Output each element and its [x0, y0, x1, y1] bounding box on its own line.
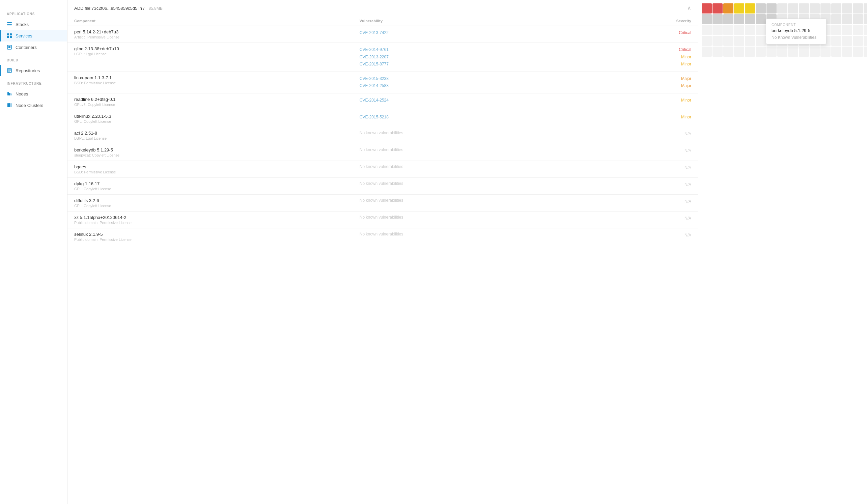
heatmap-cell-1[interactable] — [713, 3, 722, 13]
heatmap-cell-45[interactable] — [842, 25, 852, 35]
svg-rect-1 — [7, 24, 12, 25]
heatmap-cell-36[interactable] — [745, 25, 755, 35]
heatmap-cell-62[interactable] — [853, 36, 863, 46]
heatmap-cell-53[interactable] — [756, 36, 766, 46]
heatmap-cell-74[interactable] — [810, 46, 820, 57]
heatmap-cell-66[interactable] — [723, 46, 734, 57]
clusters-icon — [7, 103, 12, 108]
component-cell: bgaesBSD: Permissive License — [67, 161, 353, 178]
heatmap-cell-34[interactable] — [723, 25, 734, 35]
sidebar-item-stacks[interactable]: Stacks — [0, 19, 67, 30]
heatmap-cell-21[interactable] — [756, 14, 766, 24]
heatmap-cell-61[interactable] — [842, 36, 852, 46]
heatmap-cell-18[interactable] — [723, 14, 734, 24]
services-icon — [7, 33, 12, 39]
heatmap-cell-67[interactable] — [734, 46, 744, 57]
heatmap-cell-65[interactable] — [713, 46, 722, 57]
heatmap-cell-3[interactable] — [734, 3, 744, 13]
heatmap-cell-50[interactable] — [723, 36, 734, 46]
vuln-link[interactable]: CVE-2014-2524 — [360, 97, 576, 104]
heatmap-cell-19[interactable] — [734, 14, 744, 24]
heatmap-cell-4[interactable] — [745, 3, 755, 13]
heatmap-cell-29[interactable] — [842, 14, 852, 24]
table-row: berkeleydb 5.1.29-5sleepycat: Copyleft L… — [67, 144, 698, 161]
heatmap-cell-28[interactable] — [831, 14, 841, 24]
heatmap-cell-71[interactable] — [777, 46, 788, 57]
heatmap-cell-11[interactable] — [821, 3, 831, 13]
table-row: selinux 2.1.9-5Public domain: Permissive… — [67, 228, 698, 245]
vuln-link[interactable]: CVE-2013-2207 — [360, 54, 576, 61]
heatmap-cell-35[interactable] — [734, 25, 744, 35]
heatmap-cell-79[interactable] — [864, 46, 867, 57]
heatmap-cell-37[interactable] — [756, 25, 766, 35]
collapse-button[interactable]: ∧ — [687, 5, 691, 11]
heatmap-cell-7[interactable] — [777, 3, 788, 13]
nodes-icon — [7, 91, 12, 96]
heatmap-cell-75[interactable] — [821, 46, 831, 57]
file-header-size: 85.8MB — [149, 6, 163, 11]
vuln-link[interactable]: CVE-2015-5218 — [360, 114, 576, 121]
heatmap-cell-8[interactable] — [788, 3, 798, 13]
vuln-link[interactable]: CVE-2015-3238 — [360, 75, 576, 83]
component-cell: berkeleydb 5.1.29-5sleepycat: Copyleft L… — [67, 144, 353, 161]
heatmap-cell-70[interactable] — [767, 46, 777, 57]
heatmap-cell-20[interactable] — [745, 14, 755, 24]
heatmap-cell-49[interactable] — [713, 36, 722, 46]
vuln-link[interactable]: CVE-2015-8777 — [360, 61, 576, 68]
heatmap-cell-17[interactable] — [713, 14, 722, 24]
heatmap-cell-10[interactable] — [810, 3, 820, 13]
heatmap-cell-13[interactable] — [842, 3, 852, 13]
heatmap-cell-5[interactable] — [756, 3, 766, 13]
vuln-link[interactable]: CVE-2014-9761 — [360, 46, 576, 54]
heatmap-cell-46[interactable] — [853, 25, 863, 35]
severity-badge: N/A — [590, 130, 691, 138]
heatmap-cell-32[interactable] — [702, 25, 712, 35]
heatmap-cell-76[interactable] — [831, 46, 841, 57]
heatmap-cell-47[interactable] — [864, 25, 867, 35]
vuln-link[interactable]: CVE-2013-7422 — [360, 29, 576, 37]
heatmap-cell-12[interactable] — [831, 3, 841, 13]
vuln-link[interactable]: CVE-2014-2583 — [360, 82, 576, 90]
heatmap-cell-64[interactable] — [702, 46, 712, 57]
heatmap-cell-15[interactable] — [864, 3, 867, 13]
heatmap-cell-68[interactable] — [745, 46, 755, 57]
heatmap-cell-51[interactable] — [734, 36, 744, 46]
component-cell: dpkg 1.16.17GPL: Copyleft License — [67, 178, 353, 194]
component-cell: diffutils 3.2-6GPL: Copyleft License — [67, 194, 353, 211]
heatmap-cell-6[interactable] — [767, 3, 777, 13]
sidebar-item-nodes[interactable]: Nodes — [0, 88, 67, 99]
heatmap-cell-69[interactable] — [756, 46, 766, 57]
heatmap-cell-9[interactable] — [799, 3, 809, 13]
heatmap-cell-73[interactable] — [799, 46, 809, 57]
heatmap-cell-77[interactable] — [842, 46, 852, 57]
vulnerability-cell: No known vulnerabilities — [353, 211, 583, 228]
heatmap-cell-52[interactable] — [745, 36, 755, 46]
vulnerability-cell: CVE-2014-2524 — [353, 93, 583, 110]
sidebar-item-containers[interactable]: Containers — [0, 42, 67, 53]
heatmap-panel: Component berkeleydb 5.1.29-5 No Known V… — [698, 0, 867, 504]
heatmap-cell-33[interactable] — [713, 25, 722, 35]
heatmap-cell-63[interactable] — [864, 36, 867, 46]
heatmap-cell-14[interactable] — [853, 3, 863, 13]
sidebar-item-node-clusters[interactable]: Node Clusters — [0, 99, 67, 111]
tooltip-popup: Component berkeleydb 5.1.29-5 No Known V… — [766, 19, 826, 44]
vulnerability-cell: CVE-2013-7422 — [353, 26, 583, 43]
component-name: selinux 2.1.9-5 — [74, 232, 346, 237]
severity-cell: Minor — [583, 93, 698, 110]
heatmap-cell-31[interactable] — [864, 14, 867, 24]
severity-badge: Critical — [590, 29, 691, 37]
no-vuln-text: No known vulnerabilities — [360, 232, 403, 236]
heatmap-cell-60[interactable] — [831, 36, 841, 46]
column-component: Component — [67, 16, 353, 26]
sidebar-item-services[interactable]: Services — [0, 30, 67, 42]
heatmap-cell-72[interactable] — [788, 46, 798, 57]
heatmap-cell-44[interactable] — [831, 25, 841, 35]
sidebar-item-repositories[interactable]: Repositories — [0, 65, 67, 76]
heatmap-cell-48[interactable] — [702, 36, 712, 46]
heatmap-cell-78[interactable] — [853, 46, 863, 57]
heatmap-cell-30[interactable] — [853, 14, 863, 24]
heatmap-cell-0[interactable] — [702, 3, 712, 13]
severity-badge: Major — [590, 82, 691, 90]
heatmap-cell-2[interactable] — [723, 3, 734, 13]
heatmap-cell-16[interactable] — [702, 14, 712, 24]
